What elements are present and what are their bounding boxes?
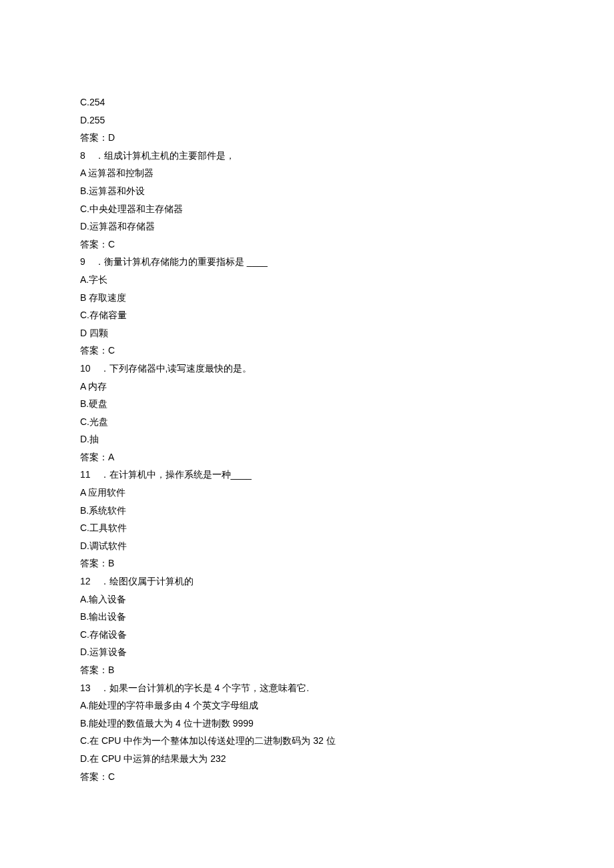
option-line: B.输出设备 <box>80 608 534 626</box>
question-line: 10 ．下列存储器中,读写速度最快的是。 <box>80 360 534 378</box>
option-line: B.系统软件 <box>80 502 534 520</box>
option-line: D.运算设备 <box>80 643 534 661</box>
question-line: 12 ．绘图仪属于计算机的 <box>80 572 534 590</box>
text-line: C.254 <box>80 93 534 111</box>
option-line: B.硬盘 <box>80 395 534 413</box>
option-line: C.中央处理器和主存储器 <box>80 200 534 218</box>
option-line: D.运算器和存储器 <box>80 218 534 236</box>
answer-line: 答案：D <box>80 129 534 147</box>
question-line: 13 ．如果一台计算机的字长是 4 个字节，这意味着它. <box>80 679 534 697</box>
answer-line: 答案：B <box>80 554 534 572</box>
option-line: C.存储容量 <box>80 306 534 324</box>
answer-line: 答案：A <box>80 448 534 466</box>
option-line: C.存储设备 <box>80 626 534 644</box>
option-line: D.抽 <box>80 430 534 448</box>
option-line: D 四颗 <box>80 324 534 342</box>
option-line: D.调试软件 <box>80 537 534 555</box>
question-line: 9 ．衡量计算机存储能力的重要指标是 ____ <box>80 253 534 271</box>
document-page: C.254 D.255 答案：D 8 ．组成计算机主机的主要部件是， A 运算器… <box>0 0 614 839</box>
option-line: B.运算器和外设 <box>80 182 534 200</box>
option-line: C.光盘 <box>80 413 534 431</box>
option-line: C.工具软件 <box>80 519 534 537</box>
question-line: 8 ．组成计算机主机的主要部件是， <box>80 147 534 165</box>
answer-line: 答案：B <box>80 661 534 679</box>
option-line: B.能处理的数值最大为 4 位十进制数 9999 <box>80 715 534 733</box>
option-line: A.字长 <box>80 271 534 289</box>
option-line: A 应用软件 <box>80 484 534 502</box>
question-line: 11 ．在计算机中，操作系统是一种____ <box>80 466 534 484</box>
option-line: A 内存 <box>80 378 534 396</box>
option-line: A.能处理的字符串最多由 4 个英文字母组成 <box>80 697 534 715</box>
answer-line: 答案：C <box>80 236 534 254</box>
answer-line: 答案：C <box>80 768 534 786</box>
option-line: B 存取速度 <box>80 289 534 307</box>
option-line: C.在 CPU 中作为一个整体加以传送处理的二进制数码为 32 位 <box>80 732 534 750</box>
option-line: A.输入设备 <box>80 590 534 608</box>
option-line: A 运算器和控制器 <box>80 164 534 182</box>
answer-line: 答案：C <box>80 342 534 360</box>
text-line: D.255 <box>80 111 534 129</box>
option-line: D.在 CPU 中运算的结果最大为 232 <box>80 750 534 768</box>
